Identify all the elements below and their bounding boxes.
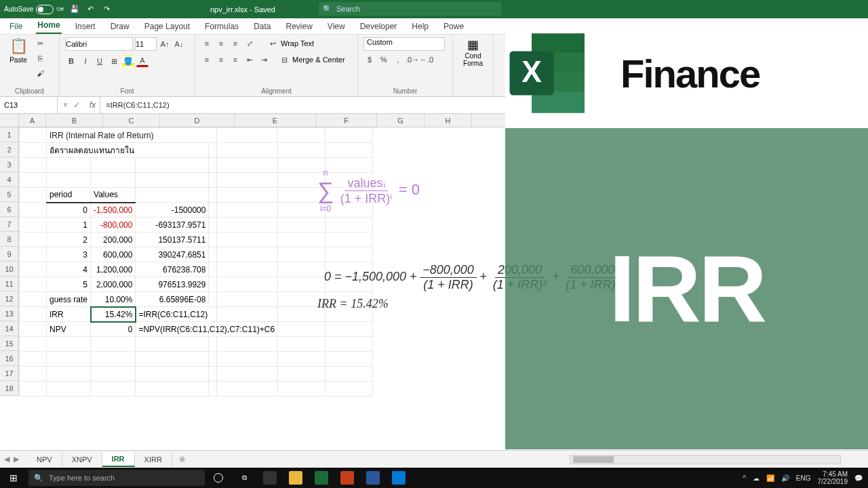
cancel-formula-icon[interactable]: × xyxy=(63,100,68,110)
indent-dec-icon[interactable]: ⇤ xyxy=(243,54,256,66)
cut-icon[interactable]: ✂ xyxy=(34,37,46,49)
orientation-icon[interactable]: ⤢ xyxy=(243,37,256,49)
col-C[interactable]: C xyxy=(103,114,160,127)
merge-label[interactable]: Merge & Center xyxy=(292,56,345,64)
save-icon[interactable]: 💾 xyxy=(69,4,80,15)
menu-pagelayout[interactable]: Page Layout xyxy=(143,19,191,34)
cell-C10[interactable]: 1,200,000 xyxy=(91,262,136,277)
cell-B11[interactable]: 5 xyxy=(47,277,91,292)
cell-C8[interactable]: 200,000 xyxy=(91,232,136,247)
cell-D6[interactable]: -1500000 xyxy=(136,203,209,218)
taskbar-terminal[interactable] xyxy=(258,468,282,488)
conditional-format-button[interactable]: ▦ Cond Forma xyxy=(458,37,488,67)
increase-font-icon[interactable]: A↑ xyxy=(159,38,171,50)
underline-button[interactable]: U xyxy=(94,55,106,67)
cell-npv-label[interactable]: NPV xyxy=(47,322,91,337)
taskbar-powerpoint[interactable] xyxy=(335,468,359,488)
taskview-icon[interactable]: ⧉ xyxy=(232,468,256,488)
search-box[interactable]: 🔍 Search xyxy=(319,2,502,16)
align-center-icon[interactable]: ≡ xyxy=(215,54,227,66)
fx-icon[interactable]: fx xyxy=(85,97,100,113)
menu-power[interactable]: Powe xyxy=(442,19,465,34)
tab-prev-icon[interactable]: ◀ xyxy=(4,455,9,464)
col-H[interactable]: H xyxy=(425,114,472,127)
menu-home[interactable]: Home xyxy=(36,18,61,34)
fill-color-button[interactable]: 🪣 xyxy=(122,55,134,67)
format-painter-icon[interactable]: 🖌 xyxy=(34,67,46,79)
cell-irr-formula[interactable]: =IRR(C6:C11,C12) xyxy=(136,307,217,322)
row-18[interactable]: 18 xyxy=(0,381,19,396)
cell-D9[interactable]: 390247.6851 xyxy=(136,247,209,262)
cell-C13-selected[interactable]: 15.42% xyxy=(91,307,136,322)
menu-review[interactable]: Review xyxy=(284,19,313,34)
cell-C9[interactable]: 600,000 xyxy=(91,247,136,262)
font-size-select[interactable] xyxy=(135,37,157,51)
tray-lang[interactable]: ENG xyxy=(796,474,811,482)
row-3[interactable]: 3 xyxy=(0,157,19,172)
taskbar-excel[interactable] xyxy=(309,468,334,488)
merge-icon[interactable]: ⊟ xyxy=(278,54,290,66)
col-E[interactable]: E xyxy=(235,114,316,127)
row-8[interactable]: 8 xyxy=(0,232,19,247)
percent-icon[interactable]: % xyxy=(378,54,390,66)
autosave-toggle[interactable]: AutoSave Off xyxy=(4,5,64,14)
menu-developer[interactable]: Developer xyxy=(359,19,399,34)
border-button[interactable]: ⊞ xyxy=(108,55,120,67)
tray-cloud-icon[interactable]: ☁ xyxy=(753,474,760,482)
copy-icon[interactable]: ⎘ xyxy=(34,52,46,64)
cell-B10[interactable]: 4 xyxy=(47,262,91,277)
hdr-values[interactable]: Values xyxy=(91,188,136,203)
row-6[interactable]: 6 xyxy=(0,202,19,217)
cell-C6[interactable]: -1,500,000 xyxy=(91,203,136,218)
row-5[interactable]: 5 xyxy=(0,187,19,202)
tab-xnpv[interactable]: XNPV xyxy=(62,453,102,466)
cell-npv-formula[interactable]: =NPV(IRR(C6:C11,C12),C7:C11)+C6 xyxy=(136,322,278,337)
font-color-button[interactable]: A xyxy=(136,55,149,67)
row-9[interactable]: 9 xyxy=(0,247,19,262)
enter-formula-icon[interactable]: ✓ xyxy=(73,100,80,110)
tray-volume-icon[interactable]: 🔊 xyxy=(781,474,789,482)
row-11[interactable]: 11 xyxy=(0,277,19,291)
menu-formulas[interactable]: Formulas xyxy=(203,19,240,34)
taskbar-explorer[interactable] xyxy=(283,468,308,488)
row-17[interactable]: 17 xyxy=(0,366,19,381)
indent-inc-icon[interactable]: ⇥ xyxy=(258,54,270,66)
menu-view[interactable]: View xyxy=(326,19,347,34)
cell-D11[interactable]: 976513.9929 xyxy=(136,277,209,292)
row-12[interactable]: 12 xyxy=(0,291,19,306)
undo-icon[interactable]: ↶ xyxy=(85,4,96,15)
cortana-icon[interactable] xyxy=(206,468,231,488)
cell-D10[interactable]: 676238.708 xyxy=(136,262,209,277)
cell-npv-val[interactable]: 0 xyxy=(91,322,136,337)
row-15[interactable]: 15 xyxy=(0,336,19,351)
cell-title[interactable]: IRR (Internal Rate of Return) xyxy=(47,128,217,143)
wrap-text-label[interactable]: Wrap Text xyxy=(281,39,314,47)
cell-C7[interactable]: -800,000 xyxy=(91,218,136,232)
col-D[interactable]: D xyxy=(160,114,235,127)
menu-data[interactable]: Data xyxy=(252,19,272,34)
number-format-select[interactable]: Custom xyxy=(363,37,445,51)
paste-button[interactable]: 📋 Paste xyxy=(5,37,31,79)
row-13[interactable]: 13 xyxy=(0,306,19,321)
tray-up-icon[interactable]: ^ xyxy=(743,474,746,482)
col-A[interactable]: A xyxy=(19,114,46,127)
tray-date[interactable]: 7/22/2019 xyxy=(818,478,848,485)
cell-B8[interactable]: 2 xyxy=(47,232,91,247)
align-right-icon[interactable]: ≡ xyxy=(229,54,241,66)
row-16[interactable]: 16 xyxy=(0,351,19,366)
taskbar-vscode[interactable] xyxy=(387,468,411,488)
menu-help[interactable]: Help xyxy=(410,19,430,34)
taskbar-word[interactable] xyxy=(361,468,385,488)
cell-irr-label[interactable]: IRR xyxy=(47,307,91,322)
cell-B9[interactable]: 3 xyxy=(47,247,91,262)
align-left-icon[interactable]: ≡ xyxy=(201,54,213,66)
toggle-switch[interactable] xyxy=(36,5,54,14)
cell-guess-label[interactable]: guess rate xyxy=(47,292,91,307)
cell-D7[interactable]: -693137.9571 xyxy=(136,218,209,232)
italic-button[interactable]: I xyxy=(79,55,92,67)
row-10[interactable]: 10 xyxy=(0,262,19,277)
font-name-select[interactable] xyxy=(65,37,133,51)
row-1[interactable]: 1 xyxy=(0,127,19,142)
tab-next-icon[interactable]: ▶ xyxy=(14,455,19,464)
tray-time[interactable]: 7:45 AM xyxy=(823,470,848,478)
